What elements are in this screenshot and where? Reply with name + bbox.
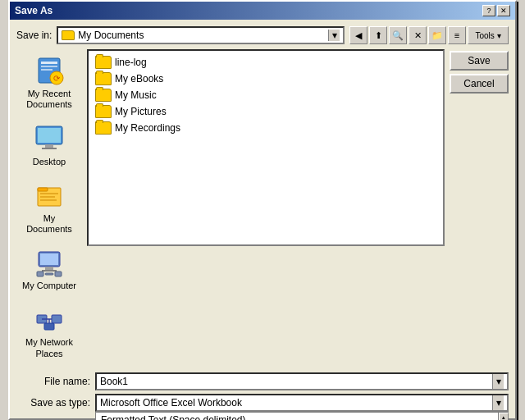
save-in-label: Save in: bbox=[16, 30, 52, 41]
list-item[interactable]: My Recordings bbox=[92, 120, 440, 136]
help-button[interactable]: ? bbox=[482, 5, 495, 16]
save-in-dropdown-arrow[interactable]: ▾ bbox=[328, 30, 340, 41]
svg-rect-21 bbox=[55, 272, 62, 276]
dropdown-option[interactable]: Formatted Text (Space delimited) bbox=[96, 413, 498, 420]
file-list-container: line-log My eBooks My Music My Pictures bbox=[87, 49, 445, 364]
sidebar-item-computer[interactable]: My Computer bbox=[16, 241, 82, 296]
folder-icon bbox=[95, 72, 112, 85]
svg-rect-13 bbox=[40, 196, 55, 198]
list-item[interactable]: line-log bbox=[92, 54, 440, 71]
svg-rect-9 bbox=[42, 148, 57, 149]
desktop-icon bbox=[33, 122, 66, 155]
svg-text:⟳: ⟳ bbox=[53, 74, 61, 83]
svg-rect-12 bbox=[40, 193, 58, 194]
svg-rect-2 bbox=[41, 66, 57, 67]
save-in-value: My Documents bbox=[78, 30, 325, 41]
svg-rect-14 bbox=[40, 199, 57, 201]
sidebar: ⟳ My Recent Documents Desktop bbox=[16, 49, 82, 364]
svg-rect-16 bbox=[40, 253, 58, 265]
sidebar-computer-label: My Computer bbox=[22, 281, 76, 291]
save-in-dropdown[interactable]: My Documents ▾ bbox=[57, 26, 345, 44]
up-button[interactable]: ⬆ bbox=[369, 26, 387, 44]
svg-rect-8 bbox=[45, 144, 53, 148]
save-as-type-container: Microsoft Office Excel Workbook ▾ Format… bbox=[95, 394, 509, 412]
title-bar: Save As ? ✕ bbox=[10, 2, 515, 20]
svg-rect-19 bbox=[37, 272, 43, 276]
sidebar-network-label: My Network Places bbox=[20, 337, 79, 358]
folder-icon bbox=[62, 30, 75, 40]
my-documents-icon bbox=[33, 179, 66, 212]
search-button[interactable]: 🔍 bbox=[389, 26, 407, 44]
options-list: Formatted Text (Space delimited) Text (M… bbox=[96, 413, 498, 420]
save-as-dialog: Save As ? ✕ Save in: My Documents ▾ ◀ ⬆ … bbox=[8, 0, 517, 420]
close-button[interactable]: ✕ bbox=[497, 5, 510, 16]
list-item[interactable]: My Pictures bbox=[92, 103, 440, 120]
cancel-button[interactable]: Cancel bbox=[450, 74, 509, 94]
file-name-label: File name: bbox=[16, 376, 90, 387]
delete-button[interactable]: ✕ bbox=[409, 26, 427, 44]
sidebar-item-desktop[interactable]: Desktop bbox=[16, 117, 82, 172]
main-area: ⟳ My Recent Documents Desktop bbox=[16, 49, 509, 364]
folder-icon bbox=[95, 121, 112, 135]
folder-icon bbox=[95, 89, 112, 102]
dialog-title: Save As bbox=[15, 5, 52, 16]
save-as-type-value: Microsoft Office Excel Workbook bbox=[100, 397, 242, 409]
recent-docs-icon: ⟳ bbox=[33, 54, 66, 87]
file-list[interactable]: line-log My eBooks My Music My Pictures bbox=[87, 49, 445, 246]
my-computer-icon bbox=[33, 246, 66, 279]
sidebar-documents-label: My Documents bbox=[20, 213, 79, 235]
svg-rect-1 bbox=[41, 62, 57, 64]
svg-rect-11 bbox=[38, 188, 48, 191]
dialog-content: Save in: My Documents ▾ ◀ ⬆ 🔍 ✕ 📁 ≡ Tool… bbox=[10, 20, 515, 418]
list-item[interactable]: My Music bbox=[92, 87, 440, 103]
svg-rect-18 bbox=[42, 270, 57, 272]
save-as-type-label: Save as type: bbox=[16, 397, 90, 409]
svg-rect-17 bbox=[45, 267, 53, 270]
bottom-fields: File name: Book1 ▾ Save as type: Microso… bbox=[16, 372, 509, 412]
file-name-container: Book1 ▾ bbox=[95, 372, 509, 390]
svg-rect-20 bbox=[45, 273, 53, 275]
svg-rect-3 bbox=[41, 69, 52, 71]
folder-icon bbox=[95, 105, 112, 118]
toolbar-buttons: ◀ ⬆ 🔍 ✕ 📁 ≡ Tools ▾ bbox=[349, 26, 509, 44]
list-item[interactable]: My eBooks bbox=[92, 71, 440, 87]
file-name-dropdown-arrow[interactable]: ▾ bbox=[492, 374, 504, 389]
svg-rect-23 bbox=[52, 315, 62, 323]
save-as-type-row: Save as type: Microsoft Office Excel Wor… bbox=[16, 394, 509, 412]
title-bar-buttons: ? ✕ bbox=[482, 5, 510, 16]
sidebar-recent-label: My Recent Documents bbox=[20, 89, 79, 110]
file-name-value: Book1 bbox=[100, 376, 128, 387]
dropdown-scrollbar[interactable]: ▴ ▾ bbox=[498, 413, 508, 420]
sidebar-item-documents[interactable]: My Documents bbox=[16, 174, 82, 240]
my-network-icon bbox=[33, 303, 66, 336]
new-folder-button[interactable]: 📁 bbox=[428, 26, 446, 44]
save-as-type-options[interactable]: Formatted Text (Space delimited) Text (M… bbox=[95, 412, 509, 420]
svg-rect-7 bbox=[38, 128, 61, 143]
sidebar-desktop-label: Desktop bbox=[33, 157, 66, 167]
save-as-type-arrow[interactable]: ▾ bbox=[492, 395, 504, 410]
sidebar-item-recent[interactable]: ⟳ My Recent Documents bbox=[16, 49, 82, 115]
views-button[interactable]: ≡ bbox=[448, 26, 466, 44]
file-name-row: File name: Book1 ▾ bbox=[16, 372, 509, 390]
back-button[interactable]: ◀ bbox=[349, 26, 368, 44]
save-as-type-dropdown[interactable]: Microsoft Office Excel Workbook ▾ bbox=[95, 394, 509, 412]
tools-button[interactable]: Tools ▾ bbox=[468, 26, 509, 44]
dropdown-with-scroll: Formatted Text (Space delimited) Text (M… bbox=[96, 413, 508, 420]
folder-icon bbox=[95, 56, 112, 69]
save-button[interactable]: Save bbox=[450, 51, 509, 71]
file-name-input[interactable]: Book1 ▾ bbox=[95, 372, 509, 390]
scroll-up-button[interactable]: ▴ bbox=[499, 413, 509, 420]
action-buttons: Save Cancel bbox=[450, 49, 509, 364]
sidebar-item-network[interactable]: My Network Places bbox=[16, 298, 82, 363]
save-in-row: Save in: My Documents ▾ ◀ ⬆ 🔍 ✕ 📁 ≡ Tool… bbox=[16, 26, 509, 44]
svg-rect-24 bbox=[44, 323, 54, 330]
